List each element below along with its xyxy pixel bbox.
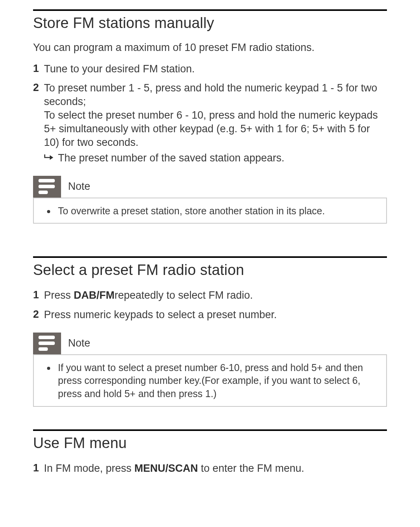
step-number: 1 bbox=[33, 62, 44, 75]
steps-list-fm-menu: 1 In FM mode, press MENU/SCAN to enter t… bbox=[33, 462, 387, 475]
manual-page: Store FM stations manually You can progr… bbox=[0, 9, 420, 504]
note-label: Note bbox=[68, 337, 90, 349]
step-number: 1 bbox=[33, 462, 44, 475]
step-number: 2 bbox=[33, 308, 44, 321]
steps-list-select-preset: 1 Press DAB/FMrepeatedly to select FM ra… bbox=[33, 289, 387, 321]
intro-text: You can program a maximum of 10 preset F… bbox=[33, 42, 387, 54]
section-title-select-preset: Select a preset FM radio station bbox=[33, 262, 387, 278]
step-text-bold: MENU/SCAN bbox=[135, 462, 198, 474]
step-text-bold: DAB/FM bbox=[74, 289, 115, 301]
note-header: Note bbox=[33, 176, 387, 198]
step-item: 2 To preset number 1 - 5, press and hold… bbox=[33, 81, 387, 165]
note-block: Note If you want to select a preset numb… bbox=[33, 333, 387, 407]
result-line: The preset number of the saved station a… bbox=[44, 151, 387, 165]
step-text-segment: Press bbox=[44, 289, 74, 301]
result-arrow-icon bbox=[44, 151, 58, 165]
result-text: The preset number of the saved station a… bbox=[58, 151, 387, 165]
steps-list-store-fm: 1 Tune to your desired FM station. 2 To … bbox=[33, 62, 387, 165]
note-block: Note To overwrite a preset station, stor… bbox=[33, 176, 387, 224]
note-box: To overwrite a preset station, store ano… bbox=[33, 198, 387, 224]
step-item: 1 Tune to your desired FM station. bbox=[33, 62, 387, 76]
step-text-segment: In FM mode, press bbox=[44, 462, 135, 474]
step-number: 2 bbox=[33, 81, 44, 95]
section-divider bbox=[33, 256, 387, 258]
step-text-line: To select the preset number 6 - 10, pres… bbox=[44, 109, 378, 148]
step-text-segment: to enter the FM menu. bbox=[198, 462, 304, 474]
step-text: Tune to your desired FM station. bbox=[44, 62, 387, 76]
step-text: Press numeric keypads to select a preset… bbox=[44, 308, 387, 322]
step-item: 1 In FM mode, press MENU/SCAN to enter t… bbox=[33, 462, 387, 475]
step-text: To preset number 1 - 5, press and hold t… bbox=[44, 81, 387, 165]
section-divider bbox=[33, 9, 387, 11]
step-number: 1 bbox=[33, 289, 44, 302]
note-item: If you want to select a preset number 6-… bbox=[56, 361, 381, 401]
step-text: In FM mode, press MENU/SCAN to enter the… bbox=[44, 462, 387, 475]
note-header: Note bbox=[33, 333, 387, 354]
step-text-line: To preset number 1 - 5, press and hold t… bbox=[44, 82, 377, 107]
note-item: To overwrite a preset station, store ano… bbox=[56, 205, 381, 218]
note-icon bbox=[33, 176, 61, 198]
step-text: Press DAB/FMrepeatedly to select FM radi… bbox=[44, 289, 387, 302]
section-title-store-fm: Store FM stations manually bbox=[33, 15, 387, 32]
note-box: If you want to select a preset number 6-… bbox=[33, 354, 387, 407]
note-label: Note bbox=[68, 180, 90, 193]
section-divider bbox=[33, 429, 387, 431]
step-text-segment: repeatedly to select FM radio. bbox=[115, 289, 253, 301]
note-icon bbox=[33, 333, 61, 354]
step-item: 1 Press DAB/FMrepeatedly to select FM ra… bbox=[33, 289, 387, 302]
section-title-fm-menu: Use FM menu bbox=[33, 435, 387, 452]
step-item: 2 Press numeric keypads to select a pres… bbox=[33, 308, 387, 322]
